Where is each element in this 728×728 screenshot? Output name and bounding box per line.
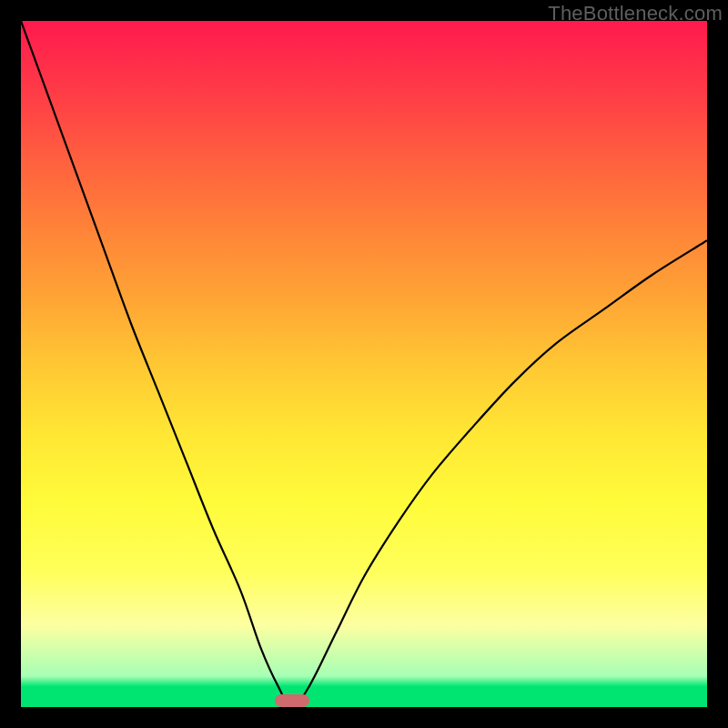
watermark-text: TheBottleneck.com xyxy=(548,2,723,25)
bottleneck-curve xyxy=(21,21,707,707)
chart-plot-area xyxy=(21,21,707,707)
optimal-marker xyxy=(275,694,309,707)
